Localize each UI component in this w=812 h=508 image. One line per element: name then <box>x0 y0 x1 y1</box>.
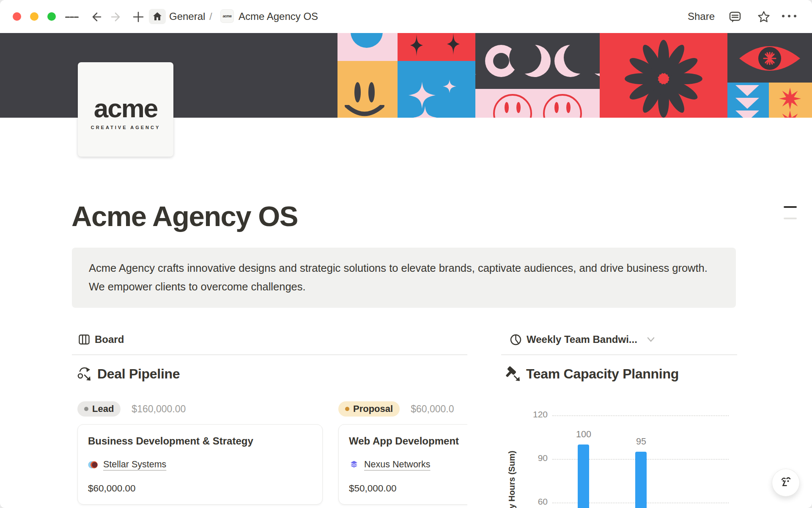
team-capacity-heading: Team Capacity Planning <box>506 366 679 382</box>
card-amount: $60,000.00 <box>88 483 312 494</box>
capacity-bar-1[interactable] <box>635 452 647 508</box>
status-pill-proposal[interactable]: Proposal <box>338 401 400 417</box>
breadcrumb-page-icon[interactable]: acme <box>221 10 233 22</box>
cover-tile-stars <box>769 83 812 118</box>
toolbar: General / acme Acme Agency OS Share <box>0 0 812 33</box>
y-tick-90: 90 <box>524 453 548 463</box>
comments-icon[interactable] <box>728 10 742 24</box>
cover-tile-flower <box>600 33 727 118</box>
capacity-bar-label-0: 100 <box>567 429 601 440</box>
ai-face-icon <box>779 475 793 490</box>
status-dot <box>84 407 88 411</box>
cover-tile-rings <box>475 33 600 89</box>
gridline-120 <box>552 415 729 416</box>
cover-tile-pink-smileys <box>475 89 600 118</box>
breadcrumb-page-title[interactable]: Acme Agency OS <box>239 11 318 22</box>
nexus-networks-logo-icon <box>349 460 359 470</box>
column-total: $160,000.00 <box>132 403 186 415</box>
pipeline-icon <box>77 366 92 382</box>
logo-wordmark: acme <box>94 95 158 121</box>
callout-text: Acme Agency crafts innovative designs an… <box>89 262 708 293</box>
kanban-column-proposal: Proposal $60,000.0 Web App Development N… <box>338 401 467 505</box>
cover-tile-eye <box>727 33 812 83</box>
board-view-icon <box>79 334 90 345</box>
card-title: Web App Development <box>349 435 467 447</box>
capacity-bar-chart: 120 90 60 100 95 ty Hours (Sum) <box>501 398 738 508</box>
status-pill-lead[interactable]: Lead <box>77 401 121 417</box>
cover-tile-black-sparkles <box>398 33 475 61</box>
window-minimize-button[interactable] <box>30 12 38 21</box>
column-total: $60,000.0 <box>411 403 454 415</box>
capacity-view-label: Weekly Team Bandwi... <box>527 334 637 345</box>
card-title: Business Development & Strategy <box>88 435 312 447</box>
capacity-view-tab[interactable]: Weekly Team Bandwi... <box>510 332 655 347</box>
notion-window: General / acme Acme Agency OS Share <box>0 0 812 508</box>
stellar-systems-logo-icon <box>88 460 98 470</box>
home-icon <box>152 11 162 22</box>
board-view-tab[interactable]: Board <box>79 332 124 347</box>
breadcrumb-teamspace[interactable]: General <box>169 11 205 22</box>
chevron-down-icon[interactable] <box>647 337 655 342</box>
hammer-icon <box>506 366 521 382</box>
favorite-star-icon[interactable] <box>757 10 771 24</box>
cover-tile-pink-sparkles <box>398 61 475 118</box>
callout-block[interactable]: Acme Agency crafts innovative designs an… <box>72 248 736 308</box>
page-icon-card[interactable]: acme CREATIVE AGENCY <box>78 62 173 157</box>
kanban-board: Lead $160,000.00 Business Development & … <box>72 401 467 508</box>
board-view-label: Board <box>95 334 124 345</box>
kanban-column-lead: Lead $160,000.00 Business Development & … <box>77 401 323 505</box>
kanban-card[interactable]: Web App Development Nexus Networks $50,0… <box>338 424 467 505</box>
status-dot <box>345 407 349 411</box>
board-divider <box>72 354 467 355</box>
logo-tagline: CREATIVE AGENCY <box>91 125 161 130</box>
y-tick-120: 120 <box>524 409 548 420</box>
window-close-button[interactable] <box>13 12 21 21</box>
capacity-divider <box>501 354 737 355</box>
forward-icon[interactable] <box>110 10 123 24</box>
window-zoom-button[interactable] <box>47 12 56 21</box>
share-button[interactable]: Share <box>688 11 715 22</box>
capacity-bar-label-1: 95 <box>624 436 658 447</box>
card-amount: $50,000.00 <box>349 483 467 494</box>
page-title: Acme Agency OS <box>71 200 298 232</box>
notion-ai-button[interactable] <box>772 469 799 496</box>
home-button[interactable] <box>149 9 166 24</box>
sidebar-menu-icon[interactable] <box>65 10 79 24</box>
pie-chart-icon <box>510 334 521 345</box>
new-page-plus-icon[interactable] <box>132 10 145 24</box>
kanban-card[interactable]: Business Development & Strategy Stellar … <box>77 424 323 505</box>
breadcrumb-separator: / <box>209 11 212 22</box>
card-client-link[interactable]: Nexus Networks <box>364 459 431 470</box>
y-tick-60: 60 <box>524 497 548 507</box>
cover-tile-triangles <box>727 83 769 118</box>
deal-pipeline-heading: Deal Pipeline <box>77 366 180 382</box>
cover-tile-smiley <box>337 61 398 118</box>
back-icon[interactable] <box>89 10 102 24</box>
card-client-link[interactable]: Stellar Systems <box>103 459 166 470</box>
table-of-contents-indicator[interactable] <box>784 206 797 219</box>
more-options-icon[interactable] <box>782 15 796 17</box>
y-axis-label: ty Hours (Sum) <box>507 451 517 508</box>
capacity-bar-0[interactable] <box>578 444 589 508</box>
cover-tile-circle <box>337 33 398 61</box>
